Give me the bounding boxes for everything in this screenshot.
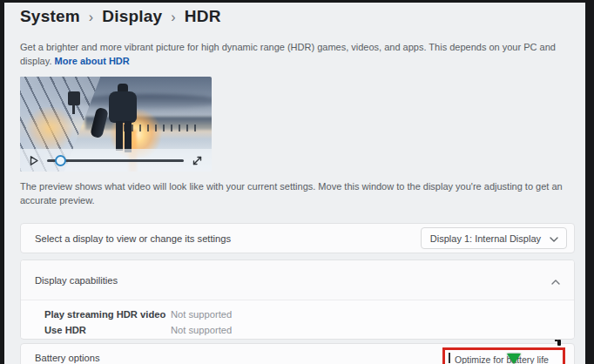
hdr-video-preview[interactable] [20, 77, 212, 172]
display-capabilities-title: Display capabilities [35, 275, 118, 286]
text-cursor [449, 353, 450, 363]
capability-label: Play streaming HDR video [44, 309, 171, 320]
battery-options-card: Battery options Optimize for battery lif… [20, 343, 575, 364]
chevron-down-icon [570, 359, 577, 364]
battery-options-dropdown[interactable]: Optimize for battery life [455, 354, 549, 364]
video-deck-lamp [68, 91, 80, 105]
display-capabilities-body: Play streaming HDR video Not supported U… [21, 300, 574, 338]
capability-value: Not supported [171, 325, 232, 335]
settings-page: System › Display › HDR Get a brighter an… [4, 3, 585, 364]
battery-options-dropdown-area: Optimize for battery life [442, 347, 565, 364]
video-railing-glow [24, 107, 76, 151]
page-description: Get a brighter and more vibrant picture … [20, 41, 584, 68]
capability-label: Use HDR [44, 325, 171, 335]
breadcrumb-system[interactable]: System [20, 7, 80, 26]
breadcrumb-separator: › [89, 9, 94, 25]
chevron-down-icon [550, 233, 558, 244]
annotation-mark [557, 340, 561, 346]
play-icon[interactable] [29, 155, 39, 166]
display-select-value: Display 1: Internal Display [430, 233, 541, 244]
video-control-bar [20, 149, 212, 172]
capability-row: Use HDR Not supported [44, 322, 560, 338]
breadcrumb-display[interactable]: Display [102, 7, 162, 26]
seek-track[interactable] [47, 159, 184, 162]
breadcrumb: System › Display › HDR [20, 7, 221, 26]
display-capabilities-expander[interactable]: Display capabilities [21, 260, 574, 300]
fullscreen-icon[interactable] [192, 155, 203, 166]
video-cloud-band [78, 94, 212, 109]
select-display-label: Select a display to view or change its s… [35, 233, 231, 244]
breadcrumb-separator: › [171, 9, 176, 25]
capability-row: Play streaming HDR video Not supported [44, 307, 560, 322]
capability-value: Not supported [171, 309, 232, 320]
seek-thumb[interactable] [55, 155, 66, 166]
preview-note: The preview shows what video will look l… [20, 180, 570, 207]
breadcrumb-hdr: HDR [185, 7, 221, 26]
seek-slider[interactable] [47, 154, 184, 166]
more-about-hdr-link[interactable]: More about HDR [55, 56, 130, 66]
display-capabilities-card: Display capabilities Play streaming HDR … [20, 260, 575, 340]
select-display-card: Select a display to view or change its s… [20, 223, 575, 253]
battery-options-label: Battery options [35, 353, 100, 363]
green-cursor-annotation [507, 354, 521, 364]
display-select-dropdown[interactable]: Display 1: Internal Display [421, 227, 567, 249]
chevron-up-icon [551, 273, 560, 288]
